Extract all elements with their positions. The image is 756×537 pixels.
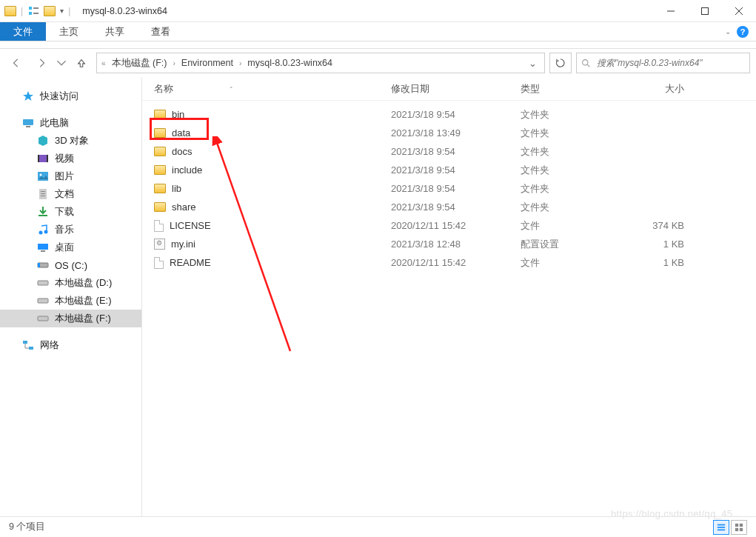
sidebar-item-pc-9[interactable]: 本地磁盘 (E:) bbox=[0, 292, 141, 310]
sidebar-item-pc-4[interactable]: 下载 bbox=[0, 203, 141, 221]
file-row[interactable]: share2021/3/18 9:54文件夹 bbox=[142, 198, 756, 216]
chevron-right-icon[interactable]: › bbox=[238, 59, 243, 67]
search-input[interactable] bbox=[595, 57, 745, 69]
svg-rect-11 bbox=[26, 126, 30, 127]
file-row[interactable]: README2020/12/11 15:42文件1 KB bbox=[142, 253, 756, 272]
file-type: 文件 bbox=[521, 219, 628, 233]
file-size: 1 KB bbox=[628, 257, 702, 268]
svg-rect-30 bbox=[38, 298, 48, 303]
open-folder-icon[interactable] bbox=[44, 6, 56, 16]
svg-rect-21 bbox=[39, 215, 47, 216]
chevron-right-icon[interactable]: › bbox=[171, 59, 176, 67]
drive-icon bbox=[37, 277, 49, 289]
up-button[interactable] bbox=[71, 53, 92, 73]
column-header-date[interactable]: 修改日期 bbox=[391, 83, 521, 96]
file-size: 374 KB bbox=[628, 220, 702, 231]
drive-icon bbox=[37, 295, 49, 307]
address-dropdown-icon[interactable]: ⌄ bbox=[524, 58, 541, 69]
file-row[interactable]: my.ini2021/3/18 12:48配置设置1 KB bbox=[142, 235, 756, 253]
svg-rect-35 bbox=[717, 524, 725, 525]
sidebar-quick-access[interactable]: 快速访问 bbox=[0, 87, 141, 105]
refresh-button[interactable] bbox=[549, 53, 572, 73]
drive-icon bbox=[37, 135, 49, 147]
quick-access-toolbar: | ▾ | bbox=[0, 5, 75, 17]
settings-file-icon bbox=[154, 239, 165, 250]
back-button[interactable] bbox=[6, 53, 27, 73]
folder-icon bbox=[154, 110, 166, 119]
separator: | bbox=[21, 6, 23, 16]
file-name: bin bbox=[172, 109, 184, 120]
svg-rect-14 bbox=[47, 155, 48, 162]
sidebar-item-pc-2[interactable]: 图片 bbox=[0, 167, 141, 185]
sidebar-item-pc-1[interactable]: 视频 bbox=[0, 150, 141, 167]
file-name: lib bbox=[172, 183, 181, 194]
details-view-button[interactable] bbox=[713, 520, 729, 535]
svg-rect-3 bbox=[33, 13, 39, 14]
file-row[interactable]: LICENSE2020/12/11 15:42文件374 KB bbox=[142, 216, 756, 235]
file-row[interactable]: include2021/3/18 9:54文件夹 bbox=[142, 161, 756, 179]
maximize-button[interactable] bbox=[688, 0, 722, 22]
sidebar-network[interactable]: 网络 bbox=[0, 336, 141, 354]
file-name: LICENSE bbox=[170, 220, 211, 231]
address-bar[interactable]: « 本地磁盘 (F:) › Environment › mysql-8.0.23… bbox=[96, 53, 545, 73]
separator: | bbox=[68, 6, 70, 16]
file-date: 2021/3/18 9:54 bbox=[391, 201, 521, 213]
pc-icon bbox=[22, 117, 34, 129]
sidebar-this-pc[interactable]: 此电脑 bbox=[0, 114, 141, 132]
file-row[interactable]: data2021/3/18 13:49文件夹 bbox=[142, 124, 756, 142]
file-row[interactable]: docs2021/3/18 9:54文件夹 bbox=[142, 142, 756, 161]
sidebar-item-pc-0[interactable]: 3D 对象 bbox=[0, 132, 141, 150]
search-icon bbox=[581, 59, 591, 68]
sidebar-item-pc-8[interactable]: 本地磁盘 (D:) bbox=[0, 274, 141, 292]
drive-icon bbox=[37, 188, 49, 200]
sidebar-item-pc-3[interactable]: 文档 bbox=[0, 185, 141, 203]
close-button[interactable] bbox=[722, 0, 756, 22]
sidebar-item-pc-7[interactable]: OS (C:) bbox=[0, 256, 141, 274]
svg-point-16 bbox=[40, 174, 42, 176]
svg-rect-19 bbox=[41, 193, 45, 194]
svg-rect-31 bbox=[38, 316, 48, 321]
file-type: 文件夹 bbox=[521, 201, 628, 214]
chevron-left-icon[interactable]: « bbox=[100, 59, 107, 67]
sidebar-item-pc-5[interactable]: 音乐 bbox=[0, 221, 141, 239]
breadcrumb-drive: 本地磁盘 (F:) bbox=[109, 57, 170, 70]
window-controls bbox=[654, 0, 756, 22]
ribbon-collapse-icon[interactable]: ⌄ bbox=[725, 27, 731, 36]
file-type: 文件夹 bbox=[521, 108, 628, 121]
help-icon[interactable]: ? bbox=[737, 26, 749, 38]
file-date: 2020/12/11 15:42 bbox=[391, 257, 521, 268]
drive-icon bbox=[37, 153, 49, 164]
navigation-pane: 快速访问 此电脑 3D 对象视频图片文档下载音乐桌面OS (C:)本地磁盘 (D… bbox=[0, 77, 142, 516]
search-box[interactable] bbox=[576, 53, 750, 73]
file-icon bbox=[154, 257, 164, 269]
minimize-button[interactable] bbox=[654, 0, 688, 22]
properties-icon[interactable] bbox=[27, 5, 39, 17]
icons-view-button[interactable] bbox=[731, 520, 747, 535]
file-name: include bbox=[172, 164, 202, 176]
sidebar-item-pc-10[interactable]: 本地磁盘 (F:) bbox=[0, 310, 141, 327]
tab-home[interactable]: 主页 bbox=[46, 22, 92, 41]
svg-rect-28 bbox=[38, 263, 40, 267]
folder-icon bbox=[154, 184, 166, 193]
column-header-type[interactable]: 类型 bbox=[521, 83, 628, 96]
tab-share[interactable]: 共享 bbox=[92, 22, 138, 41]
svg-rect-1 bbox=[29, 12, 32, 15]
recent-dropdown-button[interactable] bbox=[56, 53, 67, 73]
file-type: 文件夹 bbox=[521, 145, 628, 159]
breadcrumb-current: mysql-8.0.23-winx64 bbox=[244, 58, 335, 68]
folder-icon bbox=[154, 147, 166, 156]
sidebar-item-pc-6[interactable]: 桌面 bbox=[0, 239, 141, 256]
file-row[interactable]: bin2021/3/18 9:54文件夹 bbox=[142, 105, 756, 124]
file-name: share bbox=[172, 201, 196, 213]
qat-dropdown-icon[interactable]: ▾ bbox=[60, 7, 64, 15]
column-header-size[interactable]: 大小 bbox=[628, 83, 702, 96]
tab-view[interactable]: 查看 bbox=[138, 22, 184, 41]
forward-button[interactable] bbox=[31, 53, 52, 73]
svg-rect-24 bbox=[38, 244, 48, 250]
column-header-name[interactable]: 名称˄ bbox=[154, 83, 391, 96]
item-count: 9 个项目 bbox=[9, 521, 45, 533]
file-tab[interactable]: 文件 bbox=[0, 22, 46, 41]
file-row[interactable]: lib2021/3/18 9:54文件夹 bbox=[142, 179, 756, 198]
star-icon bbox=[22, 90, 34, 102]
file-date: 2021/3/18 9:54 bbox=[391, 146, 521, 157]
